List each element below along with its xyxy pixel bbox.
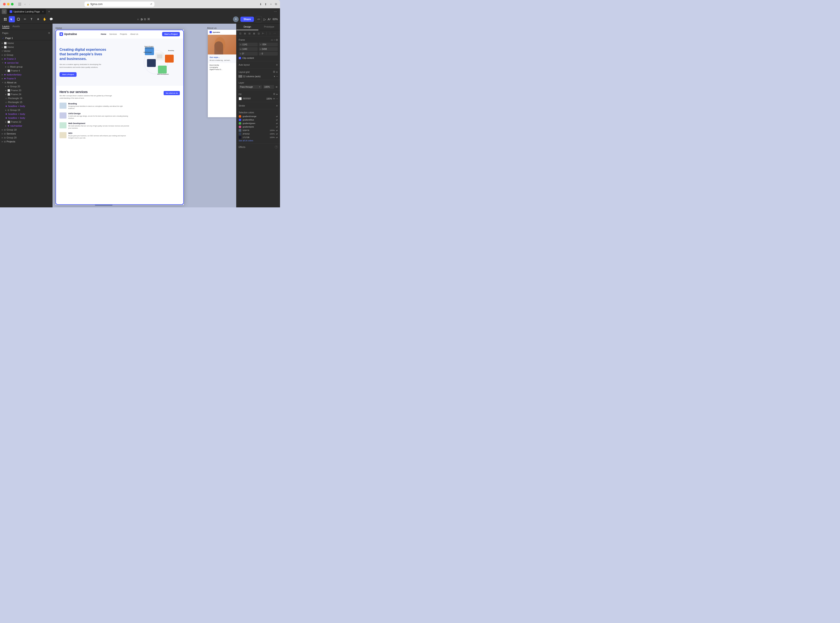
nav-services[interactable]: Services [109, 33, 117, 35]
frame-rect-icon[interactable]: ▭ [271, 38, 273, 41]
magnify-icon[interactable]: ◑ [140, 17, 143, 21]
layer-item[interactable]: ▶ ⬜ Frame 22 [0, 120, 52, 124]
layers-tab[interactable]: Layers [2, 25, 9, 28]
fill-hex-value[interactable]: FFFFFF [243, 98, 265, 100]
active-tab[interactable]: Upstraline Landing Page ✕ [8, 9, 46, 14]
color-525F76-swatch[interactable] [239, 129, 241, 132]
layer-item-group18[interactable]: ▶ ⊞ Group 18 [0, 128, 52, 132]
align-bottom-icon[interactable]: ⊢ [261, 32, 265, 35]
layer-item[interactable]: ▭ Rectangle 16 [0, 96, 52, 100]
corner-field[interactable]: ⌐ 0 [259, 52, 278, 55]
gradient-green-swatch[interactable] [239, 122, 241, 125]
new-tab-btn[interactable]: + [47, 9, 51, 14]
code-view-btn[interactable]: </> [256, 16, 262, 22]
layer-item[interactable]: ▶ ⬜ Home [0, 41, 52, 45]
page-item-1[interactable]: ✓ Page 1 [0, 36, 52, 40]
gradient-orange-swatch[interactable] [239, 115, 241, 118]
layer-item[interactable]: ▭ Rectangle 15 [0, 100, 52, 104]
see-what-btn[interactable]: See what we do [164, 91, 180, 95]
layer-item[interactable]: ◊ Vector [0, 49, 52, 53]
text-tool[interactable]: T [28, 16, 35, 22]
add-page-btn[interactable]: + [48, 31, 50, 35]
plugin-icon[interactable]: ⌘ [147, 17, 150, 21]
pen-tool[interactable]: ✏ [22, 16, 28, 22]
frame-circle-icon[interactable]: ○ [274, 38, 275, 41]
layer-item[interactable]: ▶ ⊡ Mask group [0, 65, 52, 69]
layer-item[interactable]: ▶ ⊞ Group [0, 53, 52, 57]
gradient-pink-swatch[interactable] [239, 126, 241, 128]
layer-item[interactable]: ▶ ⊞ Group 19 [0, 108, 52, 112]
gradient-orange-link-icon[interactable]: ⇄ [276, 115, 278, 117]
site-cta-button[interactable]: Start a Project [162, 32, 180, 36]
nav-projects[interactable]: Projects [120, 33, 127, 35]
effects-help-icon[interactable]: ? [275, 146, 278, 149]
new-tab-icon[interactable]: ＋ [270, 2, 272, 6]
distribute-v-icon[interactable]: ⋯ [273, 32, 276, 35]
layer-item[interactable]: ▶ ⊞ Group 20 [0, 136, 52, 140]
reload-icon[interactable]: ↺ [150, 3, 152, 6]
close-btn[interactable] [3, 3, 6, 6]
gradient-green-link-icon[interactable]: ⇄ [276, 122, 278, 124]
auto-layout-add-icon[interactable]: + [276, 63, 278, 66]
layer-item[interactable]: ❖ headline + body [0, 112, 52, 116]
minimize-btn[interactable] [7, 3, 10, 6]
color-525F76-link-icon[interactable]: ⇄ [276, 129, 278, 132]
grid-add-icon[interactable]: + [276, 70, 278, 74]
layer-visibility-icon[interactable]: 👁 [275, 86, 278, 88]
layer-item[interactable]: ❖ headline + body [0, 104, 52, 108]
maximize-btn[interactable] [11, 3, 14, 6]
layer-item[interactable]: ▶ ❖ Frame 3 [0, 57, 52, 61]
fill-eye-icon[interactable]: 👁 [273, 98, 275, 100]
zoom-control[interactable]: 60% [273, 18, 278, 21]
layer-item-services[interactable]: ▶ ⊞ Services [0, 132, 52, 136]
align-top-icon[interactable]: ⊠ [252, 32, 256, 35]
clip-content-row[interactable]: ✓ Clip content [239, 57, 278, 59]
align-middle-icon[interactable]: ⊡ [257, 32, 261, 35]
tab-close-icon[interactable]: ✕ [42, 11, 44, 13]
user-avatar[interactable]: A [233, 17, 239, 22]
design-tab[interactable]: Design [236, 24, 258, 30]
layer-item-about-us[interactable]: ▼ ⊞ About us [0, 80, 52, 84]
layer-item[interactable]: ❖ headline + body [0, 116, 52, 120]
prototype-tab[interactable]: Prototype [258, 24, 280, 30]
grid-options-icon[interactable]: ⊞ [273, 70, 275, 74]
sidebar-toggle[interactable] [17, 2, 22, 6]
gradient-blue-link-icon[interactable]: ⇄ [276, 119, 278, 121]
align-right-icon[interactable]: ⊟ [247, 32, 251, 35]
clip-checkbox[interactable]: ✓ [239, 57, 241, 59]
fill-opacity-value[interactable]: 100% [267, 98, 272, 100]
tabs-icon[interactable]: ⧉ [275, 2, 277, 6]
layout-icon[interactable]: ⧉ [144, 17, 146, 21]
color-2F3C52-swatch[interactable] [239, 133, 241, 135]
hand-tool[interactable]: ✋ [41, 16, 48, 22]
nav-forward[interactable]: › [28, 2, 31, 6]
fill-minus-icon[interactable]: – [276, 97, 278, 100]
select-tool[interactable] [9, 16, 15, 22]
gradient-pink-link-icon[interactable]: ⇄ [276, 126, 278, 128]
see-all-colors-link[interactable]: See all 25 colors [239, 140, 278, 142]
y-field[interactable]: Y -554 [259, 43, 278, 46]
nav-home[interactable]: Home [101, 33, 106, 35]
canvas-scrollbar[interactable] [55, 204, 184, 206]
grid-expand-icon[interactable]: ▼ [273, 75, 275, 78]
layer-item[interactable]: ▶ ⬜ Frame 20 [0, 88, 52, 92]
nav-back[interactable]: ‹ [24, 2, 26, 6]
multiplayer-icon[interactable]: ⟐ [137, 17, 139, 21]
stroke-add-icon[interactable]: + [276, 104, 278, 107]
color-17172B-link-icon[interactable]: ⇄ [276, 136, 278, 138]
main-menu-btn[interactable] [2, 16, 8, 22]
layer-item[interactable]: ▶ ❖ nav/navbar [0, 124, 52, 128]
fill-options-icon[interactable]: ⊞ [273, 92, 275, 96]
layer-item[interactable]: ▶ ⬜ Frame 24 [0, 92, 52, 96]
assets-tab[interactable]: Assets [12, 25, 20, 28]
nav-about[interactable]: About Us [130, 33, 138, 35]
share-browser-icon[interactable]: ⬆ [264, 3, 267, 6]
h-field[interactable]: H 5498 [259, 47, 278, 51]
inspect-btn[interactable]: Aʸ [268, 17, 271, 21]
share-button[interactable]: Share [241, 17, 254, 22]
rotation-field[interactable]: ↻ 0° [239, 52, 258, 55]
opacity-field[interactable]: 100% [263, 85, 274, 89]
component-tool[interactable]: ❖ [35, 16, 41, 22]
layer-item[interactable]: ▶ ⬜ Frame 4 [0, 69, 52, 73]
color-17172B-swatch[interactable] [239, 136, 241, 139]
